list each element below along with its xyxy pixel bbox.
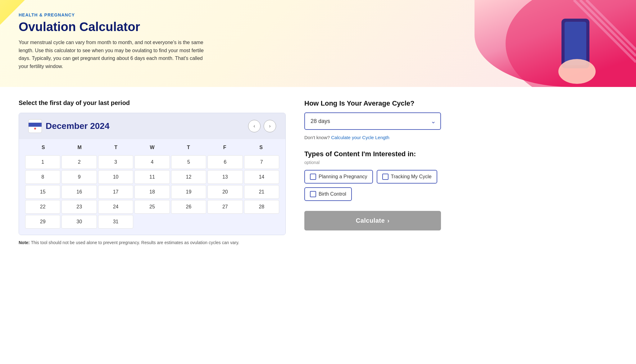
header-section: HEALTH & PREGNANCY Ovulation Calculator … xyxy=(0,0,636,87)
left-panel: Select the first day of your last period… xyxy=(19,99,286,245)
calendar-day[interactable]: 31 xyxy=(98,215,133,229)
day-header-mon: M xyxy=(61,142,98,153)
dont-know-prefix: Don't know? xyxy=(304,135,331,140)
calculate-button[interactable]: Calculate › xyxy=(304,211,441,230)
calendar-day[interactable]: 2 xyxy=(61,155,97,169)
calculator-note: Note: This tool should not be used alone… xyxy=(19,240,286,245)
note-content: This tool should not be used alone to pr… xyxy=(31,240,239,245)
prev-month-button[interactable]: ‹ xyxy=(248,120,261,132)
calendar-day[interactable]: 15 xyxy=(25,185,60,199)
calendar-nav: ‹ › xyxy=(248,120,276,132)
calculate-cycle-length-link[interactable]: Calculate your Cycle Length xyxy=(331,135,389,140)
interest-options: Planning a PregnancyTracking My CycleBir… xyxy=(304,170,441,201)
calendar-day xyxy=(244,215,279,229)
cal-icon-top-bar xyxy=(29,123,42,127)
calendar-day[interactable]: 21 xyxy=(244,185,279,199)
note-label: Note: xyxy=(19,240,30,245)
interest-label-tracking: Tracking My Cycle xyxy=(391,174,432,180)
interest-chip-planning[interactable]: Planning a Pregnancy xyxy=(304,170,373,184)
calendar-day[interactable]: 24 xyxy=(98,200,133,214)
interest-chip-tracking[interactable]: Tracking My Cycle xyxy=(377,170,437,184)
calendar-day[interactable]: 5 xyxy=(171,155,206,169)
svg-rect-5 xyxy=(565,22,586,65)
calendar-day[interactable]: 9 xyxy=(61,170,97,184)
optional-label: optional xyxy=(304,160,441,165)
calendar-day[interactable]: 28 xyxy=(244,200,279,214)
calendar-day[interactable]: 1 xyxy=(25,155,60,169)
interest-checkbox-birth-control xyxy=(310,191,316,197)
calendar-day[interactable]: 29 xyxy=(25,215,60,229)
calendar-day[interactable]: 26 xyxy=(171,200,206,214)
calendar-grid: S M T W T F S 12345678910111213141516171… xyxy=(19,139,285,235)
svg-point-6 xyxy=(558,59,596,84)
page-title: Ovulation Calculator xyxy=(19,20,230,34)
main-content: Select the first day of your last period… xyxy=(0,87,636,257)
day-header-fri: F xyxy=(207,142,243,153)
interest-label-birth-control: Birth Control xyxy=(319,191,346,197)
calendar-day[interactable]: 20 xyxy=(207,185,243,199)
interest-chip-birth-control[interactable]: Birth Control xyxy=(304,187,352,201)
right-panel: How Long Is Your Average Cycle? 21 days2… xyxy=(304,99,441,230)
calendar-day[interactable]: 30 xyxy=(61,215,97,229)
day-header-sun: S xyxy=(25,142,61,153)
calendar-day[interactable]: 6 xyxy=(207,155,243,169)
category-label: HEALTH & PREGNANCY xyxy=(19,12,230,17)
cal-icon-dot xyxy=(34,128,36,130)
calendar-month-title: December 2024 xyxy=(28,119,109,133)
calendar-day xyxy=(171,215,206,229)
calendar-day[interactable]: 4 xyxy=(134,155,170,169)
calendar-day[interactable]: 23 xyxy=(61,200,97,214)
day-headers-row: S M T W T F S xyxy=(25,142,279,153)
calendar-day[interactable]: 18 xyxy=(134,185,170,199)
calendar-day[interactable]: 7 xyxy=(244,155,279,169)
days-grid: 1234567891011121314151617181920212223242… xyxy=(25,155,279,229)
hero-image xyxy=(475,0,636,87)
calendar-section-label: Select the first day of your last period xyxy=(19,99,286,107)
day-header-tue: T xyxy=(98,142,134,153)
calculate-button-arrow: › xyxy=(387,217,389,224)
next-month-button[interactable]: › xyxy=(264,120,276,132)
calendar-day[interactable]: 16 xyxy=(61,185,97,199)
calendar-day[interactable]: 17 xyxy=(98,185,133,199)
calendar-day[interactable]: 8 xyxy=(25,170,60,184)
calendar-day[interactable]: 13 xyxy=(207,170,243,184)
calendar-icon xyxy=(28,119,42,133)
calendar-day[interactable]: 27 xyxy=(207,200,243,214)
day-header-wed: W xyxy=(134,142,170,153)
calendar-day[interactable]: 25 xyxy=(134,200,170,214)
content-interest-title: Types of Content I'm Interested in: xyxy=(304,150,441,158)
interest-label-planning: Planning a Pregnancy xyxy=(319,174,367,180)
calendar-header: December 2024 ‹ › xyxy=(19,113,285,139)
calendar-day[interactable]: 10 xyxy=(98,170,133,184)
interest-checkbox-tracking xyxy=(382,174,388,180)
calendar-day[interactable]: 3 xyxy=(98,155,133,169)
cycle-length-title: How Long Is Your Average Cycle? xyxy=(304,99,441,107)
calendar-day[interactable]: 14 xyxy=(244,170,279,184)
interest-checkbox-planning xyxy=(310,174,316,180)
day-header-sat: S xyxy=(243,142,279,153)
cycle-dropdown-wrapper: 21 days22 days23 days24 days25 days26 da… xyxy=(304,112,441,130)
calendar: December 2024 ‹ › S M T W T F S xyxy=(19,113,286,235)
month-year-display: December 2024 xyxy=(46,121,109,131)
day-header-thu: T xyxy=(170,142,207,153)
calculate-button-label: Calculate xyxy=(356,217,385,224)
calendar-day xyxy=(134,215,170,229)
cycle-length-select[interactable]: 21 days22 days23 days24 days25 days26 da… xyxy=(304,112,441,130)
calendar-day[interactable]: 19 xyxy=(171,185,206,199)
calendar-day[interactable]: 12 xyxy=(171,170,206,184)
calendar-day[interactable]: 22 xyxy=(25,200,60,214)
calendar-day xyxy=(207,215,243,229)
page-description: Your menstrual cycle can vary from month… xyxy=(19,39,211,70)
cycle-link-text: Don't know? Calculate your Cycle Length xyxy=(304,135,441,140)
calendar-day[interactable]: 11 xyxy=(134,170,170,184)
